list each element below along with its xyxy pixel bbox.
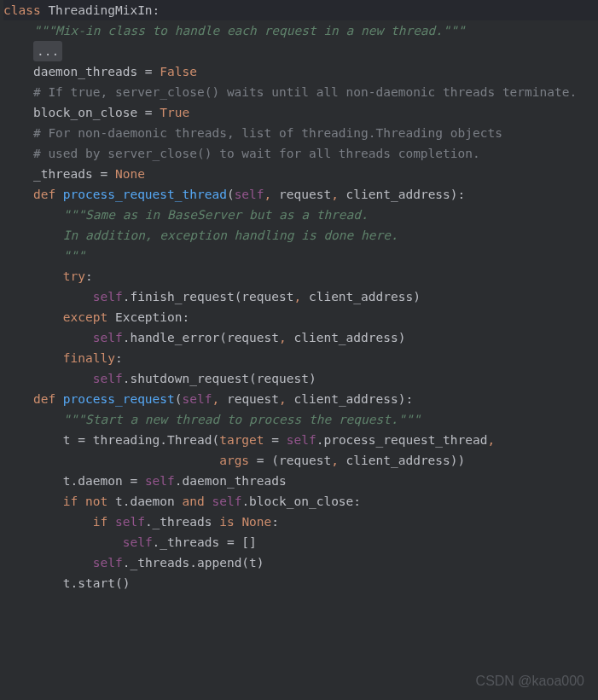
code-editor[interactable]: class ThreadingMixIn: """Mix-in class to… (0, 0, 598, 593)
self-param: self (183, 392, 212, 406)
keyword-def: def (3, 392, 63, 406)
code-text: .finish_request(request (123, 290, 294, 304)
close-paren: ): (450, 188, 465, 201)
code-line[interactable]: except Exception: (3, 307, 598, 327)
code-text: .daemon_threads (175, 474, 287, 488)
docstring: """Start a new thread to process the req… (3, 413, 421, 426)
code-line[interactable]: t.start() (3, 573, 598, 593)
code-line[interactable]: finally: (3, 348, 598, 368)
docstring: In addition, exception handling is done … (3, 229, 398, 242)
param: client_address (294, 392, 398, 406)
self-param: self (235, 188, 264, 201)
indent (3, 556, 93, 570)
keyword-is: is (219, 515, 241, 529)
code-line[interactable]: args = (request, client_address)) (3, 450, 598, 471)
code-text: t.daemon (115, 495, 183, 508)
code-text: t.daemon = (3, 474, 145, 488)
function-name: process_request_thread (63, 188, 227, 201)
comma: , (279, 331, 293, 344)
code-line[interactable]: # For non-daemonic threads, list of thre… (3, 123, 598, 143)
code-text: .process_request_thread (316, 433, 488, 447)
function-name: process_request (63, 392, 175, 406)
fold-ellipsis[interactable]: ... (33, 41, 62, 61)
code-line[interactable]: self.shutdown_request(request) (3, 368, 598, 389)
indent (3, 535, 123, 549)
code-text: t.start() (3, 576, 130, 590)
code-line[interactable]: daemon_threads = False (3, 61, 598, 82)
colon: : (85, 269, 93, 283)
code-line[interactable]: _threads = None (3, 164, 598, 184)
code-text: block_on_close = (3, 106, 160, 119)
code-line[interactable]: # used by server_close() to wait for all… (3, 143, 598, 164)
param: client_address (346, 188, 450, 201)
self: self (287, 433, 316, 447)
code-line[interactable]: """Mix-in class to handle each request i… (3, 20, 598, 41)
code-line[interactable]: """Same as in BaseServer but as a thread… (3, 205, 598, 225)
code-line[interactable]: t = threading.Thread(target = self.proce… (3, 430, 598, 450)
code-line[interactable]: ... (3, 41, 598, 61)
code-text: = (request (249, 454, 331, 467)
param: request (279, 188, 331, 201)
code-text: = (264, 433, 287, 447)
self: self (93, 290, 123, 304)
self: self (93, 556, 123, 570)
self: self (212, 495, 241, 508)
comment: # If true, server_close() waits until al… (3, 85, 577, 99)
keyword-if-not: if not (3, 495, 115, 508)
code-line[interactable]: try: (3, 266, 598, 286)
code-line[interactable]: self._threads.append(t) (3, 552, 598, 573)
close-paren: ): (398, 392, 413, 406)
comment: # For non-daemonic threads, list of thre… (3, 126, 502, 140)
literal-false: False (160, 65, 197, 78)
code-line[interactable]: def process_request_thread(self, request… (3, 184, 598, 205)
code-text: t = threading.Thread( (3, 433, 219, 447)
colon: : (271, 515, 279, 529)
keyword-if: if (3, 515, 115, 529)
keyword-def: def (3, 188, 63, 201)
paren: ( (227, 188, 235, 201)
code-text: .shutdown_request(request) (123, 372, 316, 385)
class-name: ThreadingMixIn (41, 3, 153, 17)
code-line[interactable]: block_on_close = True (3, 102, 598, 123)
code-line[interactable]: self.handle_error(request, client_addres… (3, 327, 598, 348)
code-line[interactable]: if self._threads is None: (3, 512, 598, 532)
colon: : (183, 310, 190, 324)
colon: : (115, 351, 123, 365)
paren: ( (175, 392, 183, 406)
code-text: client_address) (309, 290, 421, 304)
code-line[interactable]: """ (3, 246, 598, 266)
self: self (145, 474, 175, 488)
code-text: .handle_error(request (123, 331, 279, 344)
self: self (115, 515, 145, 529)
exception-name: Exception (115, 310, 183, 324)
keyword-try: try (3, 269, 85, 283)
code-line[interactable]: """Start a new thread to process the req… (3, 409, 598, 430)
code-line[interactable]: self.finish_request(request, client_addr… (3, 286, 598, 307)
code-line[interactable]: if not t.daemon and self.block_on_close: (3, 491, 598, 512)
code-text: daemon_threads = (3, 65, 160, 78)
code-line[interactable]: class ThreadingMixIn: (3, 0, 598, 20)
comma: , (264, 188, 279, 201)
keyword-and: and (183, 495, 212, 508)
code-line[interactable]: In addition, exception handling is done … (3, 225, 598, 246)
self: self (123, 535, 153, 549)
literal-none: None (241, 515, 271, 529)
code-line[interactable]: # If true, server_close() waits until al… (3, 82, 598, 102)
code-line[interactable]: self._threads = [] (3, 532, 598, 552)
indent (3, 372, 93, 385)
kwarg: args (219, 454, 249, 467)
comma: , (331, 454, 345, 467)
docstring: """Mix-in class to handle each request i… (3, 24, 465, 38)
param: request (227, 392, 279, 406)
keyword-finally: finally (3, 351, 115, 365)
indent (3, 331, 93, 344)
literal-none: None (115, 167, 145, 181)
code-line[interactable]: t.daemon = self.daemon_threads (3, 471, 598, 491)
docstring: """ (3, 249, 85, 263)
self: self (93, 331, 123, 344)
watermark: CSDN @kaoa000 (476, 671, 584, 691)
code-line[interactable]: def process_request(self, request, clien… (3, 389, 598, 409)
comma: , (212, 392, 226, 406)
literal-true: True (160, 106, 189, 119)
code-text: client_address) (293, 331, 405, 344)
